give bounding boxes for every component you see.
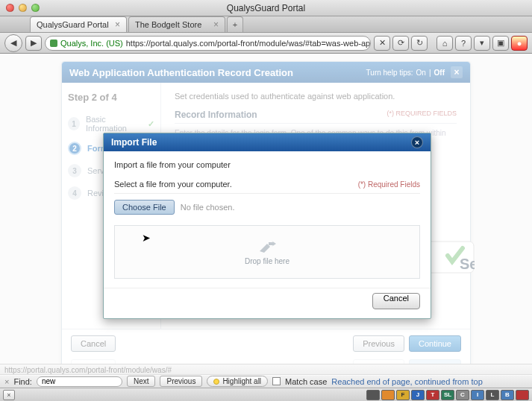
find-bar: × Find: Next Previous Highlight all Matc… [0,374,532,388]
wizard-title: Web Application Authentication Record Cr… [69,67,293,78]
addon-item[interactable]: F [396,390,410,400]
import-file-modal: Import File × Import a file from your co… [103,133,431,319]
modal-header: Import File × [104,133,431,151]
window-titlebar: QualysGuard Portal [0,0,532,16]
help-button[interactable]: ? [455,36,472,51]
addon-item[interactable] [516,390,529,400]
find-next-button[interactable]: Next [127,376,156,387]
close-tab-icon[interactable]: × [115,19,120,30]
home-button[interactable]: ⌂ [436,36,453,51]
continue-button[interactable]: Continue [409,335,461,352]
tab-strip: QualysGuard Portal × The BodgeIt Store ×… [0,16,532,33]
addon-bar-close-icon[interactable]: × [3,390,15,400]
addon-item[interactable]: T [426,390,439,400]
addon-item[interactable]: SL [441,390,454,400]
addon-item[interactable]: J [411,390,425,400]
back-button[interactable]: ◀ [4,34,22,52]
modal-subtitle: Import a file from your computer [114,160,420,169]
navigation-toolbar: ◀ ▶ Qualys, Inc. (US) https://portal.qua… [0,33,532,54]
section-header: Record Information (*) REQUIRED FIELDS [175,110,457,124]
addon-bar: × F J T SL C I L B [0,388,532,401]
close-icon[interactable]: × [411,136,423,148]
new-tab-button[interactable]: + [227,16,243,32]
addon-item[interactable]: I [471,390,484,400]
drop-label: Drop file here [245,257,290,265]
site-identity: Qualys, Inc. (US) [60,39,123,48]
highlight-all-button[interactable]: Highlight all [207,376,268,387]
previous-button[interactable]: Previous [353,335,404,352]
svg-text:Se: Se [460,256,475,272]
addon-item[interactable] [381,390,395,400]
file-drop-zone[interactable]: Drop file here [114,225,420,279]
match-case-checkbox[interactable] [272,377,281,385]
cancel-button[interactable]: Cancel [372,293,420,309]
tab-label: The BodgeIt Store [135,20,201,29]
addon-button[interactable]: ● [511,36,528,51]
addon-item[interactable]: C [456,390,469,400]
window-title: QualysGuard Portal [0,3,532,13]
find-previous-button[interactable]: Previous [160,376,202,387]
wizard-footer: Cancel Previous Continue [62,329,470,358]
modal-title: Import File [111,137,157,148]
go-button[interactable]: ⟳ [392,36,409,51]
addon-item[interactable]: B [501,390,514,400]
url-text: https://portal.qualys.com/portal-front/m… [126,39,371,48]
status-text: https://portal.qualys.com/portal-front/m… [4,366,172,374]
lock-icon [50,40,57,47]
required-fields-label: (*) Required Fields [358,180,420,189]
address-bar[interactable]: Qualys, Inc. (US) https://portal.qualys.… [45,36,371,51]
cancel-button[interactable]: Cancel [71,335,116,352]
choose-file-button[interactable]: Choose File [114,200,175,215]
help-tips-toggle[interactable]: Turn help tips: On | Off [366,69,445,77]
tab-bodgeit[interactable]: The BodgeIt Store × [128,16,225,32]
close-tab-icon[interactable]: × [213,19,219,30]
find-label: Find: [13,377,31,386]
find-input[interactable] [37,376,122,387]
tab-qualys[interactable]: QualysGuard Portal × [30,16,127,32]
wizard-header: Web Application Authentication Record Cr… [62,62,470,83]
tab-label: QualysGuard Portal [37,20,109,29]
step-heading: Step 2 of 4 [68,92,154,103]
upload-icon [257,239,278,254]
addon-item[interactable] [366,390,380,400]
downloads-button[interactable]: ▾ [474,36,490,51]
wizard-intro: Set credentials used to authenticate aga… [175,92,457,101]
find-status-message: Reached end of page, continued from top [331,377,482,386]
forward-button[interactable]: ▶ [25,36,42,51]
bookmark-button[interactable]: ▣ [492,36,509,51]
select-file-label: Select a file from your computer. [114,180,232,189]
stop-button[interactable]: ✕ [374,36,390,51]
match-case-label: Match case [285,377,327,386]
close-icon[interactable]: × [451,66,463,78]
addon-item[interactable]: L [486,390,499,400]
no-file-label: No file chosen. [181,203,235,212]
close-findbar-icon[interactable]: × [4,377,9,386]
page-content: Web Application Authentication Record Cr… [0,54,532,376]
highlight-icon [213,379,219,385]
reload-button[interactable]: ↻ [411,36,428,51]
